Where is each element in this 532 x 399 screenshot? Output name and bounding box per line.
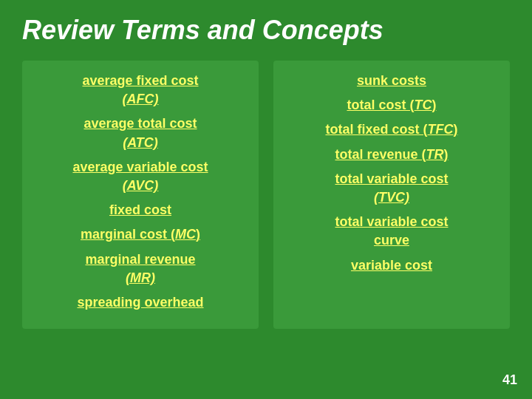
term-tc: total cost (TC) (288, 96, 495, 115)
right-column: sunk costs total cost (TC) total fixed c… (273, 61, 510, 329)
term-tvc-line1: total variable cost (335, 171, 448, 186)
page-container: Review Terms and Concepts average fixed … (0, 0, 532, 399)
term-mc: marginal cost (MC) (37, 225, 244, 244)
term-fc-line1: fixed cost (109, 202, 171, 217)
term-afc: average fixed cost (AFC) (37, 72, 244, 109)
term-vc-line1: variable cost (351, 258, 432, 273)
term-tvcc-line1: total variable cost (335, 214, 448, 229)
term-so: spreading overhead (37, 293, 244, 312)
page-title: Review Terms and Concepts (22, 15, 510, 46)
term-tfc: total fixed cost (TFC) (288, 120, 495, 139)
left-column: average fixed cost (AFC) average total c… (22, 61, 259, 329)
term-mr: marginal revenue (MR) (37, 250, 244, 287)
term-tc-line1: total cost (TC) (347, 98, 436, 112)
term-atc-line1: average total cost (83, 116, 197, 131)
term-atc: average total cost (ATC) (37, 115, 244, 151)
term-tr: total revenue (TR) (288, 146, 495, 164)
content-area: average fixed cost (AFC) average total c… (22, 61, 510, 329)
term-afc-line2: (AFC) (123, 92, 159, 106)
term-tvcc-line2: curve (374, 233, 409, 248)
term-sc: sunk costs (288, 72, 495, 90)
term-afc-line1: average fixed cost (82, 73, 198, 88)
term-mc-line1: marginal cost (MC) (81, 227, 200, 242)
term-vc: variable cost (288, 256, 495, 275)
term-tr-line1: total revenue (TR) (335, 147, 448, 162)
term-mr-line2: (MR) (126, 270, 155, 285)
term-avc-line2: (AVC) (123, 178, 159, 193)
term-tvc-line2: (TVC) (374, 190, 409, 205)
term-tfc-line1: total fixed cost (TFC) (325, 122, 457, 137)
term-sc-line1: sunk costs (357, 73, 426, 88)
term-avc-line1: average variable cost (72, 160, 208, 174)
term-avc: average variable cost (AVC) (37, 158, 244, 195)
term-tvc: total variable cost (TVC) (288, 170, 495, 207)
term-tvcc: total variable cost curve (288, 213, 495, 250)
term-fc: fixed cost (37, 201, 244, 219)
term-so-line1: spreading overhead (77, 295, 203, 310)
term-atc-line2: (ATC) (123, 135, 158, 150)
page-number: 41 (502, 372, 517, 388)
term-mr-line1: marginal revenue (85, 252, 195, 267)
